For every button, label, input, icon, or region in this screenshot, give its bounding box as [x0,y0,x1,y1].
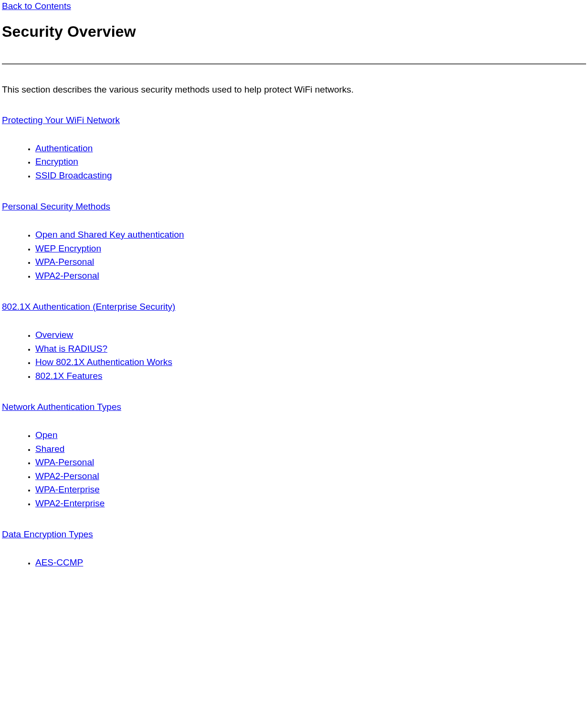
list-item: Open and Shared Key authentication [35,228,586,242]
list-item: Open [35,429,586,442]
list-item: Shared [35,442,586,456]
section-link-8021x-auth[interactable]: 802.1X Authentication (Enterprise Securi… [2,302,175,312]
item-link-what-is-radius[interactable]: What is RADIUS? [35,344,107,354]
item-link-wep-encryption[interactable]: WEP Encryption [35,243,101,253]
item-link-wpa2-personal-2[interactable]: WPA2-Personal [35,471,99,481]
item-link-overview[interactable]: Overview [35,330,73,340]
page-title: Security Overview [2,23,586,41]
list-item: Encryption [35,155,586,169]
item-link-authentication[interactable]: Authentication [35,143,93,153]
item-link-aes-ccmp[interactable]: AES-CCMP [35,557,83,567]
list-item: WEP Encryption [35,242,586,256]
list-item: WPA2-Enterprise [35,497,586,511]
section-link-network-auth-types[interactable]: Network Authentication Types [2,402,121,412]
section-link-data-encryption-types[interactable]: Data Encryption Types [2,529,93,540]
list-item: 802.1X Features [35,369,586,383]
section-list-protecting-wifi: Authentication Encryption SSID Broadcast… [2,142,586,183]
item-link-8021x-features[interactable]: 802.1X Features [35,371,102,381]
list-item: Overview [35,328,586,342]
item-link-open-shared-auth[interactable]: Open and Shared Key authentication [35,230,184,240]
list-item: WPA2-Personal [35,470,586,483]
item-link-how-8021x-works[interactable]: How 802.1X Authentication Works [35,357,172,367]
section-link-personal-security[interactable]: Personal Security Methods [2,201,110,212]
section-list-personal-security: Open and Shared Key authentication WEP E… [2,228,586,282]
item-link-wpa-personal[interactable]: WPA-Personal [35,257,94,267]
list-item: WPA2-Personal [35,269,586,283]
list-item: Authentication [35,142,586,156]
item-link-wpa-enterprise[interactable]: WPA-Enterprise [35,484,100,494]
item-link-shared[interactable]: Shared [35,444,64,454]
list-item: SSID Broadcasting [35,169,586,183]
item-link-wpa2-enterprise[interactable]: WPA2-Enterprise [35,498,105,508]
section-list-8021x-auth: Overview What is RADIUS? How 802.1X Auth… [2,328,586,383]
back-to-contents-link[interactable]: Back to Contents [2,1,71,11]
list-item: WPA-Personal [35,456,586,470]
list-item: WPA-Enterprise [35,483,586,497]
item-link-wpa-personal-2[interactable]: WPA-Personal [35,457,94,467]
list-item: WPA-Personal [35,255,586,269]
section-list-network-auth-types: Open Shared WPA-Personal WPA2-Personal W… [2,429,586,510]
section-list-data-encryption-types: AES-CCMP [2,556,586,570]
list-item: What is RADIUS? [35,342,586,356]
list-item: AES-CCMP [35,556,586,570]
section-link-protecting-wifi[interactable]: Protecting Your WiFi Network [2,115,120,126]
item-link-open[interactable]: Open [35,430,57,440]
item-link-wpa2-personal[interactable]: WPA2-Personal [35,271,99,281]
page-container: Back to Contents Security Overview This … [0,0,588,570]
item-link-ssid-broadcasting[interactable]: SSID Broadcasting [35,170,112,180]
horizontal-rule [2,63,586,64]
intro-paragraph: This section describes the various secur… [2,84,586,96]
item-link-encryption[interactable]: Encryption [35,157,78,167]
list-item: How 802.1X Authentication Works [35,356,586,369]
